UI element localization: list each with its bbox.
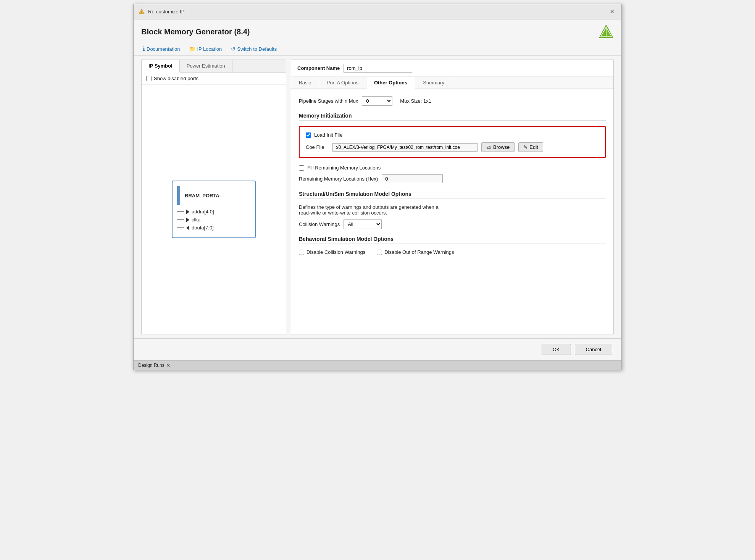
disable-range-checkbox[interactable]: [377, 250, 382, 255]
port-arrow-douta: [186, 226, 189, 230]
title-text: Re-customize IP: [148, 9, 184, 15]
load-init-file-checkbox[interactable]: [306, 132, 311, 138]
design-runs-label: Design Runs: [138, 363, 165, 368]
memory-init-box: Load Init File Coe File 🗁 Browse ✎ Edit: [299, 126, 606, 158]
show-disabled-ports-checkbox[interactable]: [146, 76, 152, 81]
fill-remaining-checkbox[interactable]: [299, 165, 304, 171]
port-addra: addra[4:0]: [177, 209, 247, 215]
browse-label: Browse: [493, 144, 510, 150]
title-bar: ! Re-customize IP ✕: [134, 4, 621, 19]
fill-remaining-label: Fill Remaining Memory Locations: [307, 165, 381, 171]
pipeline-select[interactable]: 0 1 2: [362, 96, 392, 106]
ok-button[interactable]: OK: [542, 344, 571, 355]
browse-icon: 🗁: [486, 144, 491, 150]
tab-power-estimation[interactable]: Power Estimation: [180, 60, 232, 72]
bram-title: BRAM_PORTA: [185, 193, 219, 199]
tab-ip-symbol[interactable]: IP Symbol: [142, 60, 180, 73]
svg-text:!: !: [141, 11, 142, 14]
coe-file-input[interactable]: [332, 143, 478, 152]
disable-collision-label: Disable Collision Warnings: [307, 249, 365, 255]
port-clka: clka: [177, 217, 247, 223]
component-name-row: Component Name: [291, 60, 613, 77]
collision-label: Collision Warnings: [299, 221, 340, 227]
info-icon: ℹ: [143, 45, 145, 52]
vivado-logo: [599, 24, 614, 39]
right-panel: Component Name Basic Port A Options Othe…: [291, 60, 614, 334]
load-init-row: Load Init File: [306, 132, 599, 138]
remaining-hex-input[interactable]: [382, 174, 443, 183]
tab-port-a-options[interactable]: Port A Options: [319, 77, 366, 89]
title-bar-left: ! Re-customize IP: [138, 8, 184, 15]
taskbar: Design Runs ✕: [134, 360, 621, 370]
structural-desc: Defines the type of warnings and outputs…: [299, 204, 528, 216]
main-content: IP Symbol Power Estimation Show disabled…: [134, 56, 621, 338]
port-label-douta: douta[7:0]: [192, 225, 214, 231]
component-name-input[interactable]: [344, 64, 412, 73]
close-button[interactable]: ✕: [607, 7, 617, 16]
disable-collision-row[interactable]: Disable Collision Warnings: [299, 249, 365, 255]
port-arrow-addra: [186, 210, 189, 214]
bram-bar: [177, 186, 180, 205]
disable-range-row[interactable]: Disable Out of Range Warnings: [377, 249, 454, 255]
remaining-hex-row: Remaining Memory Locations (Hex): [299, 174, 606, 183]
edit-label: Edit: [529, 144, 538, 150]
switch-to-defaults-button[interactable]: ↺ Switch to Defaults: [229, 45, 278, 53]
component-name-label: Component Name: [297, 65, 340, 71]
tabs-bar: Basic Port A Options Other Options Summa…: [291, 77, 613, 89]
toolbar: ℹ Documentation 📁 IP Location ↺ Switch t…: [134, 42, 621, 56]
left-panel-options: Show disabled ports: [142, 73, 286, 85]
refresh-icon: ↺: [231, 46, 236, 52]
ip-location-button[interactable]: 📁 IP Location: [187, 45, 223, 53]
edit-button[interactable]: ✎ Edit: [518, 142, 543, 152]
disable-range-label: Disable Out of Range Warnings: [384, 249, 454, 255]
disable-collision-checkbox[interactable]: [299, 250, 304, 255]
header: Block Memory Generator (8.4): [134, 19, 621, 42]
close-icon: ✕: [610, 8, 615, 15]
app-icon: !: [138, 8, 145, 15]
pipeline-row: Pipeline Stages within Mux 0 1 2 Mux Siz…: [299, 96, 606, 106]
port-line-addra: [177, 211, 184, 212]
pipeline-label: Pipeline Stages within Mux: [299, 98, 358, 104]
port-douta: douta[7:0]: [177, 225, 247, 231]
ip-symbol-header: BRAM_PORTA: [177, 186, 247, 205]
ip-symbol-box: BRAM_PORTA addra[4:0] clka: [172, 181, 256, 238]
structural-section: Defines the type of warnings and outputs…: [299, 204, 606, 229]
port-line-clka: [177, 219, 184, 220]
port-arrow-clka: [186, 218, 189, 222]
left-tabs: IP Symbol Power Estimation: [142, 60, 286, 73]
coe-file-label: Coe File: [306, 144, 329, 150]
left-panel: IP Symbol Power Estimation Show disabled…: [141, 60, 286, 334]
dialog-title: Block Memory Generator (8.4): [141, 27, 250, 36]
collision-select[interactable]: All Warning Generate X None: [344, 219, 382, 229]
behavioral-checkboxes: Disable Collision Warnings Disable Out o…: [299, 249, 606, 255]
tab-content-other-options: Pipeline Stages within Mux 0 1 2 Mux Siz…: [291, 89, 613, 334]
design-runs-close[interactable]: ✕: [166, 362, 171, 368]
tab-basic[interactable]: Basic: [291, 77, 319, 89]
tab-other-options[interactable]: Other Options: [366, 77, 415, 89]
tab-summary[interactable]: Summary: [415, 77, 452, 89]
port-label-clka: clka: [192, 217, 200, 223]
behavioral-section: Disable Collision Warnings Disable Out o…: [299, 249, 606, 255]
dialog: ! Re-customize IP ✕ Block Memory Generat…: [133, 4, 622, 370]
ip-symbol-diagram: BRAM_PORTA addra[4:0] clka: [142, 85, 286, 334]
browse-button[interactable]: 🗁 Browse: [481, 142, 515, 152]
location-icon: 📁: [189, 46, 195, 52]
design-runs-item: Design Runs ✕: [138, 362, 171, 368]
port-line-douta: [177, 228, 184, 228]
structural-section-header: Structural/UniSim Simulation Model Optio…: [299, 191, 606, 199]
show-disabled-ports-label: Show disabled ports: [154, 76, 198, 81]
fill-remaining-row: Fill Remaining Memory Locations: [299, 165, 606, 171]
coe-file-row: Coe File 🗁 Browse ✎ Edit: [306, 142, 599, 152]
documentation-button[interactable]: ℹ Documentation: [141, 45, 181, 53]
port-label-addra: addra[4:0]: [192, 209, 214, 215]
collision-row: Collision Warnings All Warning Generate …: [299, 219, 606, 229]
edit-icon: ✎: [523, 144, 528, 150]
remaining-hex-label: Remaining Memory Locations (Hex): [299, 176, 378, 182]
behavioral-section-header: Behavioral Simulation Model Options: [299, 236, 606, 244]
memory-init-section-header: Memory Initialization: [299, 113, 606, 121]
mux-size-label: Mux Size: 1x1: [400, 98, 431, 104]
show-disabled-ports-row[interactable]: Show disabled ports: [146, 76, 281, 81]
footer: OK Cancel: [134, 338, 621, 360]
load-init-file-label: Load Init File: [314, 132, 342, 138]
cancel-button[interactable]: Cancel: [575, 344, 612, 355]
